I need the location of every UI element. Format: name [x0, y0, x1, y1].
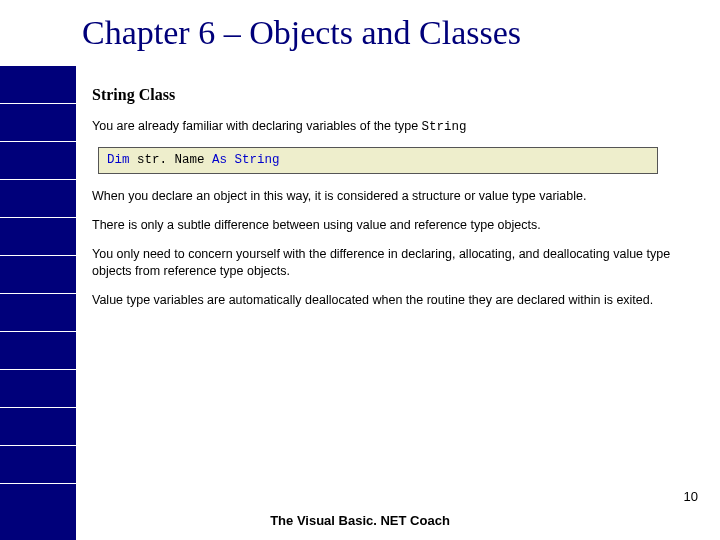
sidebar-block [0, 446, 76, 484]
body-paragraph: Value type variables are automatically d… [92, 292, 690, 309]
body-paragraph: You only need to concern yourself with t… [92, 246, 690, 280]
code-example: Dim str. Name As String [98, 147, 658, 174]
sidebar-block [0, 256, 76, 294]
body-paragraph: When you declare an object in this way, … [92, 188, 690, 205]
sidebar-block [0, 218, 76, 256]
intro-text: You are already familiar with declaring … [92, 119, 422, 133]
slide: Chapter 6 – Objects and Classes String C… [0, 0, 720, 540]
sidebar-block [0, 180, 76, 218]
sidebar-block [0, 104, 76, 142]
code-variable: str. Name [130, 153, 213, 167]
page-number: 10 [684, 489, 698, 504]
sidebar-block [0, 294, 76, 332]
sidebar-block [0, 332, 76, 370]
sidebar-block [0, 408, 76, 446]
slide-title: Chapter 6 – Objects and Classes [82, 14, 521, 52]
section-subheading: String Class [92, 84, 690, 106]
sidebar-block [0, 484, 76, 540]
code-keyword: Dim [107, 153, 130, 167]
sidebar-decoration [0, 66, 76, 540]
intro-paragraph: You are already familiar with declaring … [92, 118, 690, 136]
code-keyword: As String [212, 153, 280, 167]
slide-content: String Class You are already familiar wi… [92, 84, 690, 321]
footer-text: The Visual Basic. NET Coach [0, 513, 720, 528]
sidebar-block [0, 66, 76, 104]
intro-code-word: String [422, 120, 467, 134]
sidebar-block [0, 142, 76, 180]
sidebar-block [0, 370, 76, 408]
body-paragraph: There is only a subtle difference betwee… [92, 217, 690, 234]
